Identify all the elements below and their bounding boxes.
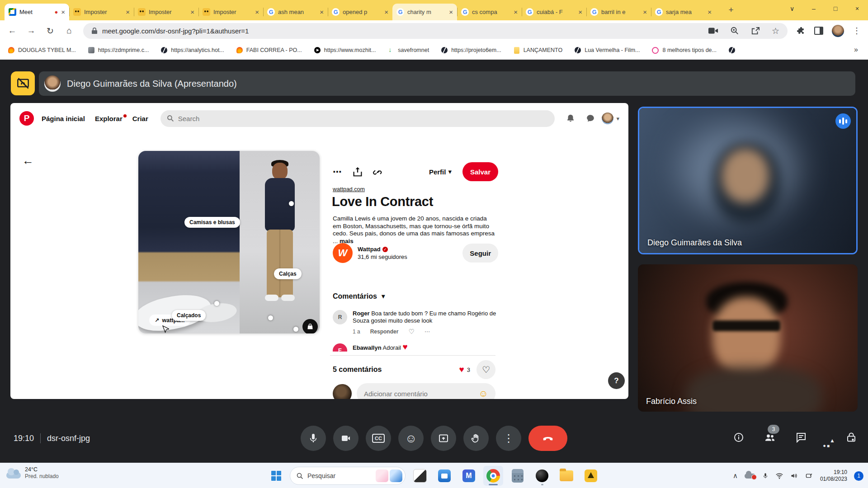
onedrive-icon[interactable] — [745, 474, 755, 479]
taskbar-app-store[interactable] — [434, 466, 454, 486]
start-button[interactable] — [267, 467, 285, 485]
bookmark-item[interactable]: FABI CORREA - PO... — [236, 47, 302, 53]
taskbar-app-alert[interactable] — [581, 466, 601, 486]
browser-tab[interactable]: G cs compa ● × — [457, 4, 522, 20]
browser-menu-icon[interactable]: ⋮ — [853, 26, 861, 36]
tab-close-icon[interactable]: × — [449, 8, 453, 16]
taskbar-search[interactable]: Pesquisar — [290, 467, 406, 485]
bookmarks-overflow-icon[interactable]: » — [854, 46, 858, 54]
product-dot[interactable] — [268, 315, 273, 320]
pinterest-profile-avatar[interactable] — [602, 113, 613, 124]
bookmark-item[interactable]: https://www.mozhit... — [314, 47, 376, 53]
author-name[interactable]: Wattpad — [358, 246, 381, 253]
minimize-button[interactable]: – — [803, 0, 825, 17]
bookmark-item[interactable]: https://projeto6em... — [441, 47, 501, 53]
copy-link-icon[interactable] — [373, 167, 383, 177]
address-bar[interactable]: meet.google.com/dsr-osnf-jpg?pli=1&authu… — [83, 23, 788, 39]
comments-collapse-icon[interactable]: ▾ — [382, 292, 385, 300]
shop-bag-button[interactable] — [302, 319, 318, 333]
taskbar-app-chrome[interactable] — [483, 466, 503, 486]
pinterest-nav-item[interactable]: Criar — [127, 111, 153, 127]
url-text[interactable]: meet.google.com/dsr-osnf-jpg?pli=1&authu… — [102, 27, 249, 35]
product-dot[interactable] — [293, 327, 298, 332]
pinterest-logo[interactable]: P — [19, 111, 34, 126]
tab-close-icon[interactable]: × — [61, 8, 65, 16]
extensions-icon[interactable] — [797, 26, 806, 35]
pinterest-search[interactable]: Search — [160, 110, 555, 127]
home-icon[interactable]: ⌂ — [64, 26, 74, 36]
meeting-details-button[interactable] — [733, 432, 744, 445]
forward-icon[interactable]: → — [26, 26, 36, 36]
emoji-picker-icon[interactable]: ☺ — [479, 388, 488, 399]
bookmark-item[interactable]: LANÇAMENTO — [514, 47, 563, 54]
comment-reply-button[interactable]: Responder — [370, 328, 399, 335]
save-pin-button[interactable]: Salvar — [462, 162, 498, 181]
stop-presenting-button[interactable] — [11, 71, 35, 95]
volume-icon[interactable] — [790, 472, 798, 479]
react-heart-button[interactable]: ♡ — [476, 360, 495, 379]
new-tab-button[interactable]: + — [724, 3, 738, 17]
taskbar-app-sphere[interactable] — [532, 466, 552, 486]
wattpad-avatar[interactable]: W — [333, 243, 353, 263]
more-options-button[interactable]: ⋮ — [496, 426, 521, 451]
taskbar-app-calculator[interactable] — [508, 466, 528, 486]
close-button[interactable]: × — [846, 0, 868, 17]
browser-tab[interactable]: G opened p ● × — [328, 4, 392, 20]
taskbar-app-m[interactable]: M — [459, 466, 479, 486]
browser-tab[interactable]: G sarja mea ● × — [651, 4, 716, 20]
product-dot[interactable] — [214, 301, 219, 306]
tab-close-icon[interactable]: × — [384, 8, 388, 16]
browser-tab[interactable]: G Imposter ● × — [198, 4, 263, 20]
comment-author[interactable]: Ebawallyn — [353, 344, 382, 351]
wifi-icon[interactable] — [775, 472, 783, 479]
browser-tab[interactable]: G barril in e ● × — [586, 4, 651, 20]
tab-close-icon[interactable]: × — [708, 8, 712, 16]
camera-icon[interactable] — [708, 27, 718, 34]
tray-clock[interactable]: 19:10 01/08/2023 — [820, 469, 847, 483]
pen-icon[interactable] — [805, 472, 813, 479]
tray-mic-icon[interactable] — [762, 472, 769, 480]
side-panel-icon[interactable] — [814, 27, 823, 35]
pin-back-arrow[interactable]: ← — [22, 154, 34, 168]
bookmark-item[interactable]: Lua Vermelha - Film... — [575, 47, 640, 53]
share-upload-icon[interactable] — [353, 167, 362, 177]
messages-icon[interactable] — [582, 113, 599, 123]
bookmark-item[interactable]: https://analytics.hot... — [161, 47, 224, 53]
tab-close-icon[interactable]: × — [643, 8, 647, 16]
tab-close-icon[interactable]: × — [255, 8, 259, 16]
pinterest-nav-item[interactable]: Página inicial — [37, 111, 90, 127]
bookmark-item[interactable]: 8 melhores tipos de... — [652, 47, 717, 54]
notification-count-badge[interactable]: 1 — [854, 471, 863, 481]
bookmark-item[interactable]: DOUGLAS TYBEL M... — [8, 47, 76, 53]
tab-search-chevron-icon[interactable]: ∨ — [781, 0, 803, 17]
tab-close-icon[interactable]: × — [320, 8, 324, 16]
back-icon[interactable]: ← — [7, 26, 17, 36]
camera-button[interactable] — [333, 426, 359, 451]
host-controls-button[interactable] — [846, 432, 856, 445]
tab-close-icon[interactable]: × — [126, 8, 130, 16]
bookmark-item[interactable]: https://zdmprime.c... — [88, 47, 149, 53]
comment-avatar[interactable]: R — [333, 310, 347, 324]
maximize-button[interactable]: □ — [825, 0, 846, 17]
browser-tab[interactable]: G Meet ● × — [5, 4, 69, 20]
product-tag-shoes[interactable]: Calçados — [172, 310, 206, 321]
comment-avatar[interactable]: E — [333, 343, 347, 352]
help-button[interactable]: ? — [608, 372, 625, 389]
mic-button[interactable] — [301, 426, 326, 451]
zoom-icon[interactable] — [730, 26, 739, 35]
leave-call-button[interactable] — [528, 426, 567, 451]
add-comment-input[interactable]: Adicionar comentário ☺ — [357, 383, 495, 399]
bookmark-item[interactable] — [729, 47, 739, 53]
product-tag-shirts[interactable]: Camisas e blusas — [184, 217, 240, 228]
reactions-button[interactable]: ☺ — [398, 426, 424, 451]
follow-button[interactable]: Seguir — [462, 244, 498, 263]
taskbar-app-photos[interactable] — [410, 466, 430, 486]
tab-close-icon[interactable]: × — [514, 8, 518, 16]
notifications-bell-icon[interactable] — [562, 113, 579, 123]
captions-button[interactable]: CC — [366, 426, 391, 451]
love-reaction-icon[interactable]: ♥ — [459, 365, 464, 375]
bookmark-star-icon[interactable]: ☆ — [772, 26, 779, 36]
comment-like-icon[interactable]: ♡ — [408, 328, 414, 336]
people-button[interactable]: 3 — [764, 432, 776, 445]
browser-profile-avatar[interactable] — [832, 25, 844, 37]
